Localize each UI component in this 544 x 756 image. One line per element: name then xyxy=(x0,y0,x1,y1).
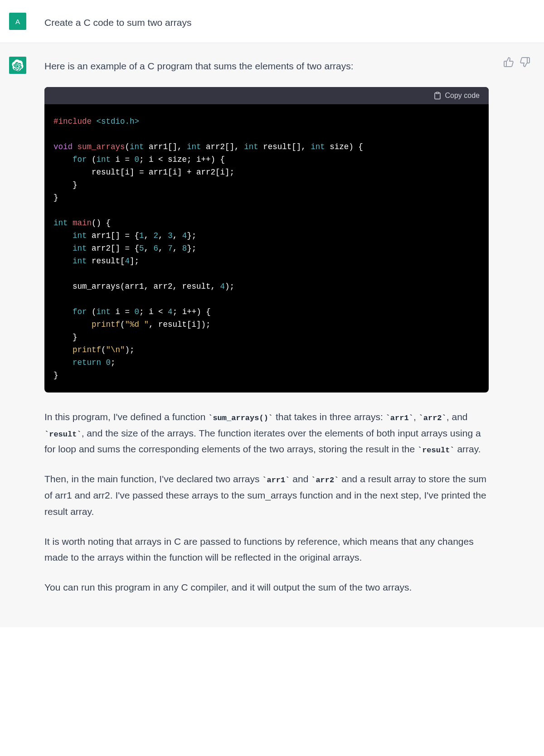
code-block: Copy code #include <stdio.h> void sum_ar… xyxy=(44,87,489,393)
assistant-content: Here is an example of a C program that s… xyxy=(44,57,489,609)
inline-code: `arr1` xyxy=(386,414,413,422)
openai-logo-icon xyxy=(12,59,24,71)
inline-code: `arr2` xyxy=(311,476,339,485)
inline-code: `arr2` xyxy=(419,414,447,422)
copy-code-button[interactable]: Copy code xyxy=(433,92,480,100)
clipboard-icon xyxy=(433,92,442,100)
user-avatar-letter: A xyxy=(15,18,20,25)
thumbs-up-button[interactable] xyxy=(503,57,514,68)
user-avatar: A xyxy=(9,13,26,30)
assistant-message: Here is an example of a C program that s… xyxy=(0,43,544,627)
explanation-paragraph-3: It is worth noting that arrays in C are … xyxy=(44,533,489,566)
thumbs-down-button[interactable] xyxy=(520,57,530,68)
code-header: Copy code xyxy=(44,87,489,104)
svg-rect-0 xyxy=(436,92,439,93)
user-message: A Create a C code to sum two arrays xyxy=(0,0,544,43)
explanation-paragraph-4: You can run this program in any C compil… xyxy=(44,579,489,596)
user-prompt-text: Create a C code to sum two arrays xyxy=(44,13,191,30)
explanation-paragraph-2: Then, in the main function, I've declare… xyxy=(44,471,489,519)
inline-code: `sum_arrays()` xyxy=(208,414,273,422)
inline-code: `result` xyxy=(418,446,455,455)
explanation-paragraph-1: In this program, I've defined a function… xyxy=(44,409,489,458)
assistant-avatar xyxy=(9,57,26,74)
thumbs-up-icon xyxy=(503,57,514,68)
inline-code: `result` xyxy=(44,430,82,439)
copy-code-label: Copy code xyxy=(445,92,480,100)
inline-code: `arr1` xyxy=(262,476,290,485)
code-content[interactable]: #include <stdio.h> void sum_arrays(int a… xyxy=(44,104,489,393)
assistant-intro: Here is an example of a C program that s… xyxy=(44,57,489,74)
feedback-buttons xyxy=(503,57,530,68)
thumbs-down-icon xyxy=(520,57,530,68)
